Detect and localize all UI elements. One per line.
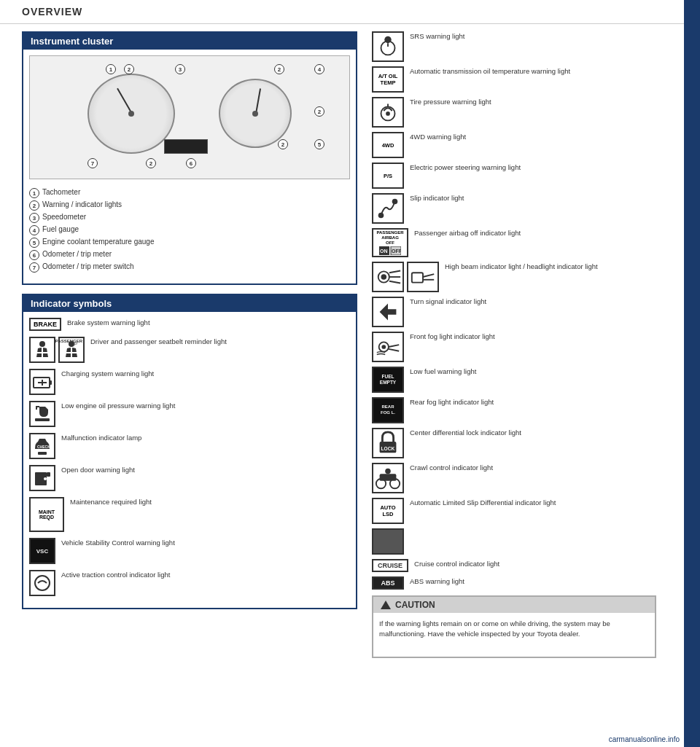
indicator-rear-fog: REAR FOG L. Rear fog light indicator lig…: [372, 397, 656, 423]
cluster-item-1: 1Tachometer: [29, 188, 350, 198]
cruise-icon: CRUISE: [372, 559, 408, 572]
callout-2e: 2: [146, 158, 156, 168]
indicator-oil: Low engine oil pressure warning light: [29, 401, 350, 427]
cluster-item-7: 7Odometer / trip meter switch: [29, 262, 350, 273]
speedometer-gauge: [219, 79, 292, 148]
svg-point-24: [378, 213, 384, 219]
auto-lsd-icon: AUTO LSD: [372, 498, 404, 524]
caution-body: If the warning lights remain on or come …: [373, 613, 655, 657]
traction-text: Active traction control indicator light: [61, 570, 170, 579]
driver-seatbelt-icon: [29, 337, 55, 363]
indicator-blank: [372, 528, 656, 555]
cluster-inner: 1 2 3 2 4 2 5 2 7 2 6: [51, 63, 328, 172]
svg-line-36: [423, 274, 434, 277]
indicator-cruise: CRUISE Cruise control indicator light: [372, 559, 656, 572]
svg-rect-46: [380, 474, 397, 481]
maint-text: Maintenance required light: [70, 497, 152, 507]
ps-icon: P/S: [372, 163, 404, 189]
svg-point-16: [44, 477, 47, 480]
caution-header: CAUTION: [373, 597, 655, 613]
callout-5: 5: [314, 139, 324, 149]
indicator-headlight: High beam indicator light / headlight in…: [372, 262, 656, 292]
svg-rect-8: [50, 380, 52, 385]
callout-2a: 2: [124, 64, 134, 74]
svg-point-47: [385, 468, 391, 474]
4wd-icon: 4WD: [372, 132, 404, 158]
indicator-slip: Slip indicator light: [372, 193, 656, 224]
svg-point-25: [392, 199, 398, 205]
door-icon: [29, 465, 55, 491]
ps-text: Electric power steering warning light: [410, 163, 521, 172]
indicator-door: Open door warning light: [29, 465, 350, 491]
brake-box: BRAKE: [29, 318, 61, 331]
indicator-turn: Turn signal indicator light: [372, 297, 656, 327]
svg-point-31: [381, 274, 387, 280]
instrument-cluster-section: Instrument cluster: [22, 31, 357, 285]
svg-point-0: [39, 341, 45, 347]
auto-lsd-text: Automatic Limited Slip Differential indi…: [410, 498, 556, 507]
check-engine-icon: CHECK: [29, 433, 55, 459]
srs-text: SRS warning light: [410, 31, 465, 41]
tpms-icon: [372, 97, 404, 128]
lock-text: Center differential lock indicator light: [410, 428, 521, 437]
indicator-crawl: Crawl control indicator light: [372, 463, 656, 493]
blank-indicator-icon: [372, 528, 404, 555]
airbag-text: Passenger airbag off indicator light: [414, 228, 521, 238]
headlight-icon-2: [407, 262, 439, 292]
odometer-display: [164, 139, 208, 154]
battery-text: Charging system warning light: [61, 369, 154, 378]
callout-2c: 2: [314, 106, 324, 117]
indicator-check-engine: CHECK Malfunction indicator lamp: [29, 433, 350, 459]
indicator-symbols-title: Indicator symbols: [23, 295, 356, 312]
oil-icon: [29, 401, 55, 427]
indicator-battery: Charging system warning light: [29, 369, 350, 395]
svg-rect-35: [412, 273, 423, 282]
page-header: OVERVIEW: [0, 0, 700, 24]
slip-text: Slip indicator light: [410, 193, 464, 203]
svg-point-23: [386, 112, 390, 116]
callout-2d: 2: [278, 139, 288, 149]
cluster-diagram: 1 2 3 2 4 2 5 2 7 2 6: [29, 55, 350, 179]
rear-fog-icon: REAR FOG L.: [372, 397, 404, 423]
check-engine-text: Malfunction indicator lamp: [61, 433, 141, 442]
instrument-cluster-content: 1 2 3 2 4 2 5 2 7 2 6 1Tachomet: [23, 50, 356, 283]
left-column: Instrument cluster: [22, 31, 357, 658]
callout-7: 7: [88, 158, 98, 168]
crawl-icon: [372, 463, 404, 493]
cluster-item-3: 3Speedometer: [29, 213, 350, 223]
indicator-traction: Active traction control indicator light: [29, 570, 350, 596]
door-text: Open door warning light: [61, 465, 135, 474]
svg-rect-12: [38, 452, 47, 455]
headlight-text: High beam indicator light / headlight in…: [445, 262, 598, 271]
instrument-cluster-title: Instrument cluster: [23, 33, 356, 50]
indicator-4wd: 4WD 4WD warning light: [372, 132, 656, 158]
cluster-item-4: 4Fuel gauge: [29, 225, 350, 235]
main-content: Instrument cluster: [0, 24, 700, 665]
lock-icon: LOCK: [372, 428, 404, 458]
indicator-ps: P/S Electric power steering warning ligh…: [372, 163, 656, 189]
callout-4: 4: [314, 64, 324, 74]
4wd-text: 4WD warning light: [410, 132, 466, 141]
indicator-at-oil: A/T OIL TEMP Automatic transmission oil …: [372, 66, 656, 93]
indicator-symbols-section: Indicator symbols BRAKE Brake system war…: [22, 294, 357, 609]
cluster-item-5: 5Engine coolant temperature gauge: [29, 238, 350, 248]
indicator-front-fog: Front fog light indicator light: [372, 332, 656, 362]
callout-2b: 2: [274, 64, 284, 74]
headlight-icons: [372, 262, 439, 292]
at-oil-icon: A/T OIL TEMP: [372, 66, 404, 93]
vsc-text: Vehicle Stability Control warning light: [61, 538, 175, 547]
abs-text: ABS warning light: [410, 576, 464, 586]
svg-text:CHECK: CHECK: [37, 445, 50, 449]
svg-line-34: [389, 281, 400, 283]
srs-icon: [372, 31, 404, 62]
indicator-tpms: Tire pressure warning light: [372, 97, 656, 128]
indicator-airbag: PASSENGER AIRBAG OFF ON OFF Passenger ai…: [372, 228, 656, 257]
fuel-text: Low fuel warning light: [410, 367, 476, 376]
svg-text:LOCK: LOCK: [381, 445, 395, 450]
tpms-text: Tire pressure warning light: [410, 97, 491, 106]
svg-rect-15: [47, 472, 50, 477]
indicator-vsc: VSC Vehicle Stability Control warning li…: [29, 538, 350, 564]
indicator-abs: ABS ABS warning light: [372, 576, 656, 590]
caution-triangle-icon: [381, 601, 391, 609]
fuel-icon: FUEL EMPTY: [372, 367, 404, 393]
